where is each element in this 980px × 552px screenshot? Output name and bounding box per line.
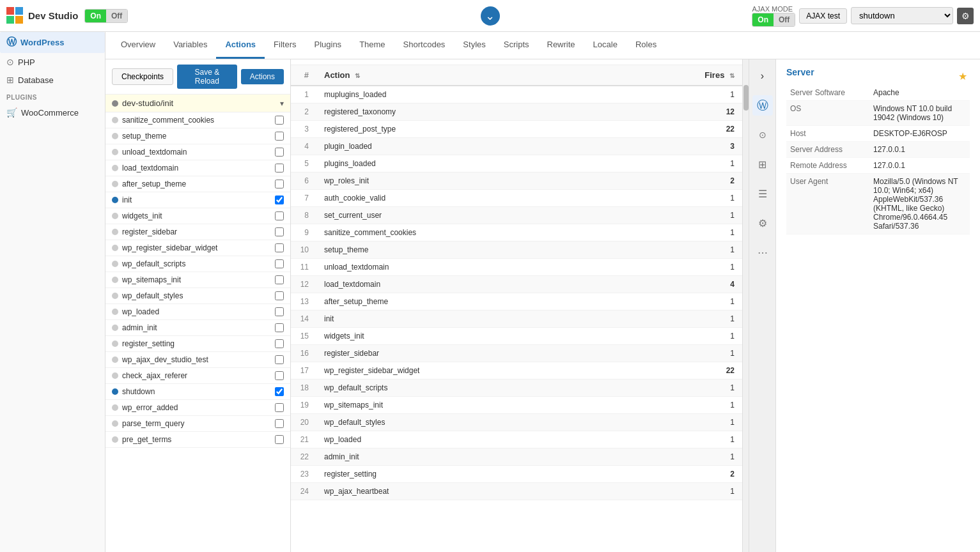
sidebar-expand-btn[interactable]: › [752, 66, 773, 86]
row-action[interactable]: sanitize_comment_cookies [316, 224, 691, 241]
server-info-icon[interactable]: ☰ [752, 183, 773, 204]
row-action[interactable]: setup_theme [316, 241, 691, 259]
table-row[interactable]: 4plugin_loaded3 [291, 138, 742, 155]
table-row[interactable]: 22admin_init1 [291, 448, 742, 466]
tab-rewrite[interactable]: Rewrite [538, 32, 584, 59]
row-action[interactable]: plugins_loaded [316, 155, 691, 172]
table-row[interactable]: 5plugins_loaded1 [291, 155, 742, 172]
table-row[interactable]: 8set_current_user1 [291, 207, 742, 224]
hook-checkbox[interactable] [275, 211, 284, 220]
row-action[interactable]: register_sidebar [316, 345, 691, 362]
server-db-icon[interactable]: ⊞ [752, 154, 773, 174]
tab-roles[interactable]: Roles [626, 32, 665, 59]
hook-selector-arrow[interactable]: ▾ [280, 99, 284, 108]
toggle-off-btn[interactable]: Off [106, 10, 127, 22]
hook-checkbox[interactable] [275, 355, 284, 364]
row-action[interactable]: widgets_init [316, 328, 691, 345]
hook-checkbox[interactable] [275, 435, 284, 444]
hook-checkbox[interactable] [275, 195, 284, 204]
gear-settings-btn[interactable]: ⚙ [957, 8, 974, 24]
hook-checkbox[interactable] [275, 387, 284, 396]
hook-checkbox[interactable] [275, 116, 284, 125]
save-reload-btn[interactable]: Save & Reload [177, 65, 237, 89]
hook-checkbox[interactable] [275, 307, 284, 316]
row-action[interactable]: admin_init [316, 448, 691, 466]
action-sort-icon[interactable]: ⇅ [355, 72, 360, 79]
table-row[interactable]: 11unload_textdomain1 [291, 259, 742, 276]
row-action[interactable]: wp_default_scripts [316, 379, 691, 397]
table-row[interactable]: 12load_textdomain4 [291, 276, 742, 293]
row-action[interactable]: registered_taxonomy [316, 103, 691, 121]
sidebar-item-php[interactable]: ⊙ PHP [0, 53, 105, 71]
table-row[interactable]: 24wp_ajax_heartbeat1 [291, 483, 742, 500]
row-action[interactable]: unload_textdomain [316, 259, 691, 276]
tab-overview[interactable]: Overview [112, 32, 164, 59]
table-row[interactable]: 16register_sidebar1 [291, 345, 742, 362]
server-php-icon[interactable]: ⊙ [752, 125, 773, 145]
hook-checkbox[interactable] [275, 339, 284, 348]
ajax-on-btn[interactable]: On [752, 13, 774, 26]
hook-checkbox[interactable] [275, 227, 284, 236]
hook-checkbox[interactable] [275, 323, 284, 332]
row-action[interactable]: wp_ajax_heartbeat [316, 483, 691, 500]
tab-locale[interactable]: Locale [584, 32, 626, 59]
hook-checkbox[interactable] [275, 291, 284, 300]
hook-checkbox[interactable] [275, 275, 284, 284]
sidebar-item-wordpress[interactable]: Ⓦ WordPress [0, 32, 105, 53]
checkpoints-btn[interactable]: Checkpoints [112, 68, 173, 85]
hook-checkbox[interactable] [275, 180, 284, 188]
hook-checkbox[interactable] [275, 403, 284, 412]
table-row[interactable]: 18wp_default_scripts1 [291, 379, 742, 397]
hook-checkbox[interactable] [275, 419, 284, 428]
hook-checkbox[interactable] [275, 259, 284, 268]
row-action[interactable]: wp_sitemaps_init [316, 397, 691, 414]
hook-checkbox[interactable] [275, 371, 284, 380]
row-action[interactable]: load_textdomain [316, 276, 691, 293]
sidebar-item-woocommerce[interactable]: 🛒 WooCommerce [0, 103, 105, 121]
table-row[interactable]: 20wp_default_styles1 [291, 414, 742, 431]
tab-actions[interactable]: Actions [216, 32, 265, 59]
server-wp-icon[interactable]: Ⓦ [752, 95, 773, 116]
ajax-test-btn[interactable]: AJAX test [799, 8, 847, 24]
table-row[interactable]: 17wp_register_sidebar_widget22 [291, 362, 742, 379]
table-row[interactable]: 21wp_loaded1 [291, 431, 742, 448]
hook-dropdown[interactable]: shutdown init wp_loaded after_setup_them… [851, 7, 953, 24]
tab-styles[interactable]: Styles [454, 32, 494, 59]
hook-checkbox[interactable] [275, 132, 284, 141]
server-gear-icon[interactable]: ⚙ [752, 213, 773, 233]
hook-checkbox[interactable] [275, 243, 284, 252]
toggle-on-btn[interactable]: On [85, 10, 106, 22]
fires-sort-icon[interactable]: ⇅ [729, 72, 735, 79]
table-row[interactable]: 23register_setting2 [291, 466, 742, 483]
row-action[interactable]: after_setup_theme [316, 293, 691, 310]
table-row[interactable]: 7auth_cookie_valid1 [291, 190, 742, 207]
ajax-toggle[interactable]: On Off [752, 13, 795, 27]
row-action[interactable]: wp_default_styles [316, 414, 691, 431]
row-action[interactable]: muplugins_loaded [316, 86, 691, 103]
tab-theme[interactable]: Theme [350, 32, 394, 59]
table-row[interactable]: 1muplugins_loaded1 [291, 86, 742, 103]
expand-center-btn[interactable]: ⌄ [481, 6, 500, 26]
hook-checkbox[interactable] [275, 164, 284, 172]
vertical-scrollbar[interactable] [742, 59, 749, 552]
main-toggle[interactable]: On Off [84, 9, 128, 23]
pin-star-icon[interactable]: ★ [956, 68, 970, 85]
checkpoint-actions-btn[interactable]: Actions [241, 69, 284, 84]
tab-filters[interactable]: Filters [265, 32, 305, 59]
table-row[interactable]: 19wp_sitemaps_init1 [291, 397, 742, 414]
row-action[interactable]: set_current_user [316, 207, 691, 224]
table-row[interactable]: 13after_setup_theme1 [291, 293, 742, 310]
tab-scripts[interactable]: Scripts [495, 32, 538, 59]
table-row[interactable]: 9sanitize_comment_cookies1 [291, 224, 742, 241]
row-action[interactable]: wp_loaded [316, 431, 691, 448]
table-row[interactable]: 3registered_post_type22 [291, 121, 742, 138]
tab-shortcodes[interactable]: Shortcodes [394, 32, 455, 59]
sidebar-item-database[interactable]: ⊞ Database [0, 71, 105, 89]
hook-selector-row[interactable]: dev-studio/init ▾ [105, 95, 290, 112]
col-header-fires[interactable]: Fires ⇅ [691, 65, 742, 86]
row-action[interactable]: plugin_loaded [316, 138, 691, 155]
row-action[interactable]: auth_cookie_valid [316, 190, 691, 207]
table-row[interactable]: 15widgets_init1 [291, 328, 742, 345]
col-header-action[interactable]: Action ⇅ [316, 65, 691, 86]
table-row[interactable]: 10setup_theme1 [291, 241, 742, 259]
